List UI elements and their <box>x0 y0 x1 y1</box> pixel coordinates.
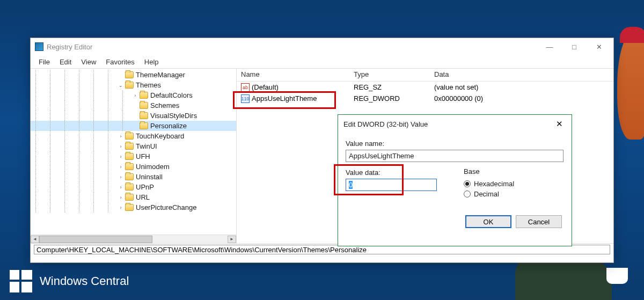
value-type: REG_DWORD <box>349 94 430 103</box>
tree-node-upnp[interactable]: ›UPnP <box>31 182 236 192</box>
expander-icon[interactable] <box>118 72 124 78</box>
dialog-close-button[interactable]: ✕ <box>552 117 566 131</box>
maximize-button[interactable]: □ <box>562 39 587 55</box>
expander-icon[interactable]: › <box>118 143 124 150</box>
folder-icon <box>140 92 148 99</box>
expander-icon[interactable]: › <box>118 194 124 201</box>
folder-icon <box>125 82 134 89</box>
folder-icon <box>140 102 148 109</box>
col-type[interactable]: Type <box>349 69 430 81</box>
tree-label: Themes <box>136 81 161 89</box>
tree-node-defaultcolors[interactable]: ›DefaultColors <box>31 90 236 100</box>
value-row[interactable]: ab(Default)REG_SZ(value not set) <box>237 82 613 93</box>
value-type: REG_SZ <box>349 83 430 92</box>
tree-label: Personalize <box>150 122 187 130</box>
expander-icon[interactable]: › <box>132 92 138 99</box>
tree-label: Schemes <box>150 101 179 109</box>
tree-node-uninstall[interactable]: ›Uninstall <box>31 172 236 182</box>
tree-panel[interactable]: ThemeManager⌄Themes›DefaultColorsSchemes… <box>31 69 237 243</box>
tree-node-themes[interactable]: ⌄Themes <box>31 80 236 90</box>
expander-icon[interactable]: › <box>118 184 124 191</box>
expander-icon[interactable] <box>132 103 138 109</box>
tree-node-url[interactable]: ›URL <box>31 192 236 202</box>
tree-node-userpicturechange[interactable]: ›UserPictureChange <box>31 202 236 213</box>
close-button[interactable]: ✕ <box>587 39 611 55</box>
value-row[interactable]: 110AppsUseLightThemeREG_DWORD0x00000000 … <box>237 93 613 104</box>
tree-label: UserPictureChange <box>136 203 196 211</box>
base-label: Base <box>464 167 514 175</box>
ok-button[interactable]: OK <box>465 215 511 228</box>
folder-icon <box>125 163 134 170</box>
desktop-illustration-fox <box>617 32 644 140</box>
menubar: File Edit View Favorites Help <box>31 55 613 68</box>
tree-node-twinui[interactable]: ›TwinUI <box>31 141 236 151</box>
tree-label: ThemeManager <box>136 71 185 79</box>
value-name-input[interactable] <box>346 150 564 162</box>
tree-label: Unimodem <box>136 163 170 171</box>
folder-icon <box>125 184 134 191</box>
menu-favorites[interactable]: Favorites <box>101 56 139 68</box>
expander-icon[interactable]: › <box>118 164 124 170</box>
cancel-button[interactable]: Cancel <box>516 215 562 228</box>
windows-logo-icon <box>10 270 32 292</box>
folder-icon <box>140 112 148 119</box>
dialog-title: Edit DWORD (32-bit) Value <box>343 120 552 128</box>
tree-label: URL <box>136 193 150 201</box>
expander-icon[interactable]: › <box>118 133 124 140</box>
expander-icon[interactable] <box>132 113 138 119</box>
desktop-illustration-teeth <box>606 268 628 284</box>
menu-view[interactable]: View <box>76 56 101 68</box>
tree-node-touchkeyboard[interactable]: ›TouchKeyboard <box>31 131 236 141</box>
app-icon <box>35 42 43 51</box>
folder-icon <box>125 194 134 201</box>
tree-node-ufh[interactable]: ›UFH <box>31 151 236 162</box>
scroll-left-button[interactable]: ◄ <box>31 236 39 243</box>
edit-dword-dialog: Edit DWORD (32-bit) Value ✕ Value name: … <box>338 114 572 246</box>
radio-dec-icon <box>464 191 471 197</box>
menu-edit[interactable]: Edit <box>55 56 76 68</box>
watermark: Windows Central <box>10 270 129 292</box>
folder-icon <box>125 133 134 140</box>
expander-icon[interactable]: ⌄ <box>118 82 124 89</box>
expander-icon[interactable]: › <box>118 174 124 180</box>
value-data-input[interactable]: 0 <box>346 179 437 191</box>
tree-node-schemes[interactable]: Schemes <box>31 100 236 111</box>
tree-label: TwinUI <box>136 142 157 150</box>
folder-icon <box>125 204 134 211</box>
tree-node-personalize[interactable]: Personalize <box>31 121 236 131</box>
value-name: (Default) <box>252 83 279 91</box>
dialog-titlebar[interactable]: Edit DWORD (32-bit) Value ✕ <box>338 115 572 133</box>
menu-help[interactable]: Help <box>140 56 164 68</box>
col-data[interactable]: Data <box>430 69 613 81</box>
tree-label: UPnP <box>136 183 154 191</box>
col-name[interactable]: Name <box>237 69 349 81</box>
expander-icon[interactable]: › <box>118 153 124 160</box>
value-name-label: Value name: <box>346 140 564 148</box>
radio-hex[interactable]: Hexadecimal <box>464 180 514 188</box>
watermark-text: Windows Central <box>40 274 129 288</box>
folder-icon <box>125 143 134 150</box>
folder-icon <box>125 71 134 78</box>
menu-file[interactable]: File <box>34 56 55 68</box>
titlebar[interactable]: Registry Editor — □ ✕ <box>31 38 613 55</box>
window-title: Registry Editor <box>47 43 92 51</box>
list-header: Name Type Data <box>237 69 613 82</box>
value-data-label: Value data: <box>346 169 464 177</box>
value-data: 0x00000000 (0) <box>430 94 613 103</box>
tree-node-visualstyledirs[interactable]: VisualStyleDirs <box>31 111 236 121</box>
scroll-thumb[interactable] <box>39 236 152 243</box>
tree-hscrollbar[interactable]: ◄ ► <box>31 235 236 243</box>
expander-icon[interactable]: › <box>118 204 124 211</box>
scroll-right-button[interactable]: ► <box>228 236 236 243</box>
tree-node-thememanager[interactable]: ThemeManager <box>31 70 236 80</box>
minimize-button[interactable]: — <box>537 39 562 55</box>
tree-label: TouchKeyboard <box>136 132 184 140</box>
tree-node-unimodem[interactable]: ›Unimodem <box>31 162 236 172</box>
scroll-track[interactable] <box>39 236 228 243</box>
tree-label: DefaultColors <box>150 91 193 99</box>
value-data: (value not set) <box>430 83 613 92</box>
tree-label: UFH <box>136 152 150 160</box>
expander-icon[interactable] <box>132 123 138 129</box>
folder-icon <box>125 173 134 180</box>
radio-dec[interactable]: Decimal <box>464 190 514 198</box>
